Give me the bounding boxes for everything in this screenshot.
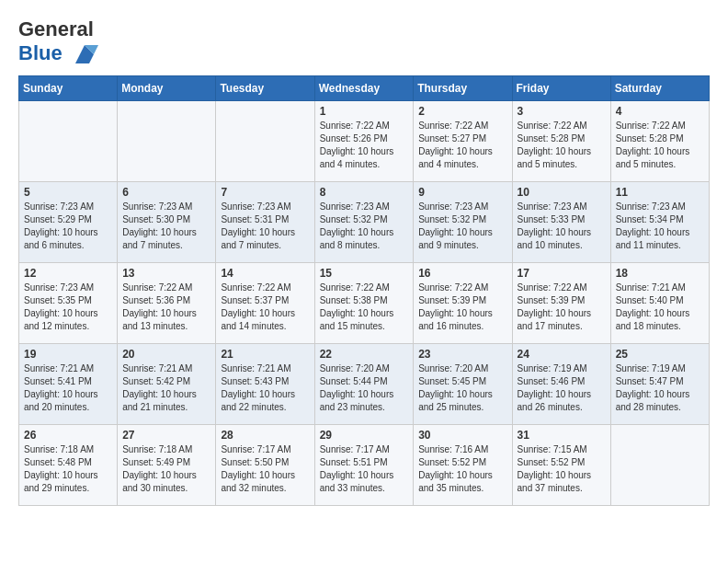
day-number: 4 bbox=[616, 105, 704, 118]
calendar-cell bbox=[610, 425, 709, 506]
calendar-week-row: 1Sunrise: 7:22 AM Sunset: 5:26 PM Daylig… bbox=[19, 101, 710, 182]
day-info: Sunrise: 7:22 AM Sunset: 5:39 PM Dayligh… bbox=[418, 282, 506, 333]
calendar-cell: 30Sunrise: 7:16 AM Sunset: 5:52 PM Dayli… bbox=[414, 425, 512, 506]
weekday-header-friday: Friday bbox=[512, 76, 610, 101]
day-info: Sunrise: 7:18 AM Sunset: 5:48 PM Dayligh… bbox=[24, 443, 112, 495]
day-number: 25 bbox=[616, 348, 704, 361]
day-info: Sunrise: 7:22 AM Sunset: 5:39 PM Dayligh… bbox=[518, 282, 606, 333]
day-number: 6 bbox=[122, 186, 210, 199]
calendar-week-row: 12Sunrise: 7:23 AM Sunset: 5:35 PM Dayli… bbox=[19, 263, 710, 344]
logo-icon bbox=[71, 40, 98, 68]
calendar-cell bbox=[19, 101, 118, 182]
day-number: 23 bbox=[418, 348, 506, 361]
day-info: Sunrise: 7:23 AM Sunset: 5:34 PM Dayligh… bbox=[616, 201, 704, 252]
calendar-cell bbox=[118, 101, 216, 182]
calendar-cell: 21Sunrise: 7:21 AM Sunset: 5:43 PM Dayli… bbox=[216, 344, 314, 425]
weekday-header-thursday: Thursday bbox=[414, 76, 512, 101]
calendar-header-row: SundayMondayTuesdayWednesdayThursdayFrid… bbox=[19, 76, 710, 101]
calendar-cell: 6Sunrise: 7:23 AM Sunset: 5:30 PM Daylig… bbox=[118, 182, 216, 263]
calendar-cell: 3Sunrise: 7:22 AM Sunset: 5:28 PM Daylig… bbox=[512, 101, 610, 182]
day-number: 11 bbox=[616, 186, 704, 199]
calendar-cell: 5Sunrise: 7:23 AM Sunset: 5:29 PM Daylig… bbox=[19, 182, 118, 263]
calendar-cell: 29Sunrise: 7:17 AM Sunset: 5:51 PM Dayli… bbox=[314, 425, 414, 506]
day-info: Sunrise: 7:22 AM Sunset: 5:26 PM Dayligh… bbox=[320, 120, 409, 171]
day-number: 29 bbox=[320, 429, 409, 442]
calendar-cell: 19Sunrise: 7:21 AM Sunset: 5:41 PM Dayli… bbox=[19, 344, 118, 425]
calendar-cell: 26Sunrise: 7:18 AM Sunset: 5:48 PM Dayli… bbox=[19, 425, 118, 506]
day-number: 7 bbox=[221, 186, 309, 199]
calendar-cell: 11Sunrise: 7:23 AM Sunset: 5:34 PM Dayli… bbox=[610, 182, 709, 263]
day-info: Sunrise: 7:21 AM Sunset: 5:42 PM Dayligh… bbox=[122, 362, 210, 414]
calendar-cell: 15Sunrise: 7:22 AM Sunset: 5:38 PM Dayli… bbox=[314, 263, 414, 344]
day-number: 17 bbox=[518, 267, 606, 280]
weekday-header-wednesday: Wednesday bbox=[314, 76, 414, 101]
day-number: 18 bbox=[616, 267, 704, 280]
day-info: Sunrise: 7:21 AM Sunset: 5:43 PM Dayligh… bbox=[221, 362, 309, 414]
weekday-header-monday: Monday bbox=[118, 76, 216, 101]
day-info: Sunrise: 7:15 AM Sunset: 5:52 PM Dayligh… bbox=[518, 443, 606, 495]
day-info: Sunrise: 7:19 AM Sunset: 5:47 PM Dayligh… bbox=[616, 362, 704, 414]
day-info: Sunrise: 7:17 AM Sunset: 5:51 PM Dayligh… bbox=[320, 443, 409, 495]
calendar-cell: 27Sunrise: 7:18 AM Sunset: 5:49 PM Dayli… bbox=[118, 425, 216, 506]
day-info: Sunrise: 7:23 AM Sunset: 5:30 PM Dayligh… bbox=[122, 201, 210, 252]
day-number: 9 bbox=[418, 186, 506, 199]
calendar-cell: 9Sunrise: 7:23 AM Sunset: 5:32 PM Daylig… bbox=[414, 182, 512, 263]
day-number: 10 bbox=[518, 186, 606, 199]
day-info: Sunrise: 7:19 AM Sunset: 5:46 PM Dayligh… bbox=[518, 362, 606, 414]
logo: General Blue bbox=[18, 18, 98, 68]
day-number: 2 bbox=[418, 105, 506, 118]
weekday-header-tuesday: Tuesday bbox=[216, 76, 314, 101]
day-number: 13 bbox=[122, 267, 210, 280]
page-header: General Blue bbox=[18, 18, 710, 68]
calendar-cell: 17Sunrise: 7:22 AM Sunset: 5:39 PM Dayli… bbox=[512, 263, 610, 344]
calendar-cell: 1Sunrise: 7:22 AM Sunset: 5:26 PM Daylig… bbox=[314, 101, 414, 182]
calendar-week-row: 19Sunrise: 7:21 AM Sunset: 5:41 PM Dayli… bbox=[19, 344, 710, 425]
day-number: 16 bbox=[418, 267, 506, 280]
calendar-cell: 7Sunrise: 7:23 AM Sunset: 5:31 PM Daylig… bbox=[216, 182, 314, 263]
calendar-table: SundayMondayTuesdayWednesdayThursdayFrid… bbox=[18, 75, 710, 506]
day-number: 26 bbox=[24, 429, 112, 442]
day-number: 31 bbox=[518, 429, 606, 442]
day-info: Sunrise: 7:23 AM Sunset: 5:32 PM Dayligh… bbox=[418, 201, 506, 252]
day-number: 1 bbox=[320, 105, 409, 118]
day-number: 30 bbox=[418, 429, 506, 442]
calendar-cell: 31Sunrise: 7:15 AM Sunset: 5:52 PM Dayli… bbox=[512, 425, 610, 506]
day-number: 14 bbox=[221, 267, 309, 280]
day-number: 24 bbox=[518, 348, 606, 361]
day-number: 20 bbox=[122, 348, 210, 361]
day-info: Sunrise: 7:20 AM Sunset: 5:45 PM Dayligh… bbox=[418, 362, 506, 414]
calendar-cell: 4Sunrise: 7:22 AM Sunset: 5:28 PM Daylig… bbox=[610, 101, 709, 182]
calendar-cell: 14Sunrise: 7:22 AM Sunset: 5:37 PM Dayli… bbox=[216, 263, 314, 344]
calendar-cell: 18Sunrise: 7:21 AM Sunset: 5:40 PM Dayli… bbox=[610, 263, 709, 344]
day-info: Sunrise: 7:22 AM Sunset: 5:27 PM Dayligh… bbox=[418, 120, 506, 171]
calendar-cell: 8Sunrise: 7:23 AM Sunset: 5:32 PM Daylig… bbox=[314, 182, 414, 263]
day-info: Sunrise: 7:20 AM Sunset: 5:44 PM Dayligh… bbox=[320, 362, 409, 414]
calendar-cell: 28Sunrise: 7:17 AM Sunset: 5:50 PM Dayli… bbox=[216, 425, 314, 506]
day-number: 19 bbox=[24, 348, 112, 361]
calendar-cell: 13Sunrise: 7:22 AM Sunset: 5:36 PM Dayli… bbox=[118, 263, 216, 344]
day-info: Sunrise: 7:22 AM Sunset: 5:37 PM Dayligh… bbox=[221, 282, 309, 333]
logo-general-text: General bbox=[18, 17, 94, 40]
day-number: 27 bbox=[122, 429, 210, 442]
calendar-cell: 16Sunrise: 7:22 AM Sunset: 5:39 PM Dayli… bbox=[414, 263, 512, 344]
calendar-cell: 10Sunrise: 7:23 AM Sunset: 5:33 PM Dayli… bbox=[512, 182, 610, 263]
calendar-cell: 24Sunrise: 7:19 AM Sunset: 5:46 PM Dayli… bbox=[512, 344, 610, 425]
calendar-cell: 20Sunrise: 7:21 AM Sunset: 5:42 PM Dayli… bbox=[118, 344, 216, 425]
calendar-cell: 22Sunrise: 7:20 AM Sunset: 5:44 PM Dayli… bbox=[314, 344, 414, 425]
weekday-header-saturday: Saturday bbox=[610, 76, 709, 101]
calendar-cell: 25Sunrise: 7:19 AM Sunset: 5:47 PM Dayli… bbox=[610, 344, 709, 425]
day-info: Sunrise: 7:21 AM Sunset: 5:40 PM Dayligh… bbox=[616, 282, 704, 333]
day-number: 12 bbox=[24, 267, 112, 280]
calendar-cell: 12Sunrise: 7:23 AM Sunset: 5:35 PM Dayli… bbox=[19, 263, 118, 344]
day-number: 5 bbox=[24, 186, 112, 199]
day-info: Sunrise: 7:22 AM Sunset: 5:38 PM Dayligh… bbox=[320, 282, 409, 333]
day-number: 22 bbox=[320, 348, 409, 361]
day-info: Sunrise: 7:23 AM Sunset: 5:31 PM Dayligh… bbox=[221, 201, 309, 252]
day-number: 8 bbox=[320, 186, 409, 199]
day-number: 3 bbox=[518, 105, 606, 118]
day-info: Sunrise: 7:22 AM Sunset: 5:36 PM Dayligh… bbox=[122, 282, 210, 333]
calendar-cell bbox=[216, 101, 314, 182]
logo-blue-text: Blue bbox=[18, 41, 63, 64]
calendar-cell: 2Sunrise: 7:22 AM Sunset: 5:27 PM Daylig… bbox=[414, 101, 512, 182]
day-info: Sunrise: 7:23 AM Sunset: 5:33 PM Dayligh… bbox=[518, 201, 606, 252]
